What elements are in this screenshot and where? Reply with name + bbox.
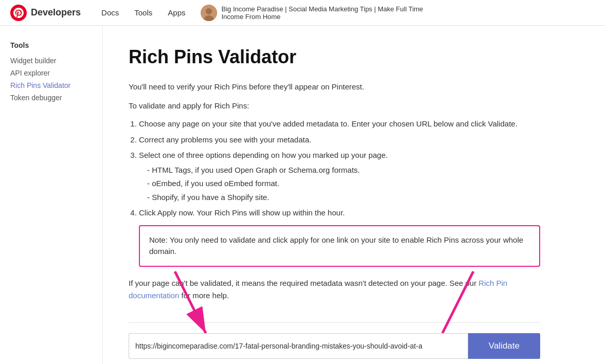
main-content: Rich Pins Validator You'll need to verif… [103,26,566,364]
step-2: Correct any problems you see with your m… [139,134,540,146]
validate-button[interactable]: Validate [468,333,540,359]
top-nav: Developers Docs Tools Apps Big Income Pa… [0,0,605,26]
nav-apps[interactable]: Apps [168,8,185,17]
divider [129,322,540,323]
sidebar-item-rich-pins-validator[interactable]: Rich Pins Validator [10,79,92,92]
note-box: Note: You only need to validate and clic… [139,225,540,267]
intro-text: You'll need to verify your Rich Pins bef… [129,82,540,91]
sub-option-1: HTML Tags, if you used Open Graph or Sch… [147,165,540,176]
sidebar-item-api-explorer[interactable]: API explorer [10,67,92,79]
steps-list: Choose any page on your site that you've… [129,118,540,267]
sidebar-section-label: Tools [10,41,92,49]
url-input-row: Validate [129,333,540,359]
pinterest-icon [10,5,27,21]
step-4: Click Apply now. Your Rich Pins will sho… [139,207,540,267]
section-heading: To validate and apply for Rich Pins: [129,101,540,110]
page-layout: Tools Widget builder API explorer Rich P… [0,26,605,364]
nav-user[interactable]: Big Income Paradise | Social Media Marke… [201,5,427,21]
nav-tools[interactable]: Tools [134,8,152,17]
nav-links: Docs Tools Apps [101,8,185,17]
brand-name: Developers [31,7,81,18]
nav-docs[interactable]: Docs [101,8,119,17]
step-1: Choose any page on your site that you've… [139,118,540,130]
user-avatar-img [201,5,217,21]
page-title: Rich Pins Validator [129,46,540,68]
step-3: Select one of three options depending on… [139,150,540,203]
sidebar: Tools Widget builder API explorer Rich P… [0,26,103,364]
sub-option-3: Shopify, if you have a Shopify site. [147,192,540,204]
logo-area[interactable]: Developers [10,5,81,21]
footer-text: If your page can't be validated, it mean… [129,277,540,302]
url-input[interactable] [129,333,468,359]
user-name-text: Big Income Paradise | Social Media Marke… [221,5,427,21]
sidebar-item-widget-builder[interactable]: Widget builder [10,54,92,67]
svg-point-0 [10,5,27,21]
svg-point-2 [206,8,212,14]
avatar [201,5,217,21]
sub-option-2: oEmbed, if you used oEmbed format. [147,178,540,190]
sidebar-item-token-debugger[interactable]: Token debugger [10,92,92,104]
sub-options-list: HTML Tags, if you used Open Graph or Sch… [139,165,540,204]
